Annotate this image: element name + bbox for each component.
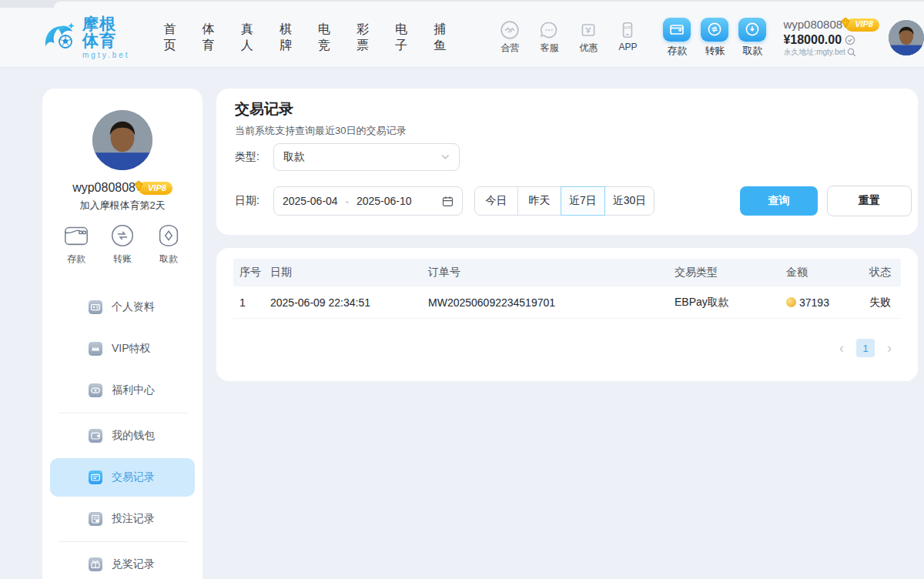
sidebar-transfer-button[interactable]: 转账 xyxy=(108,222,137,266)
pagination-next-icon[interactable]: › xyxy=(887,341,892,355)
table-row: 1 2025-06-09 22:34:51 MW2025060922345197… xyxy=(233,286,901,319)
sidebar-avatar[interactable] xyxy=(92,110,152,170)
brand-logo-icon xyxy=(42,21,76,55)
withdraw-button[interactable]: 取款 xyxy=(738,18,766,58)
sidebar-withdraw-button[interactable]: 取款 xyxy=(154,222,183,266)
type-select-value: 取款 xyxy=(283,150,305,164)
menu-divider xyxy=(58,541,187,542)
refresh-balance-icon[interactable] xyxy=(845,35,855,45)
type-filter-label: 类型: xyxy=(235,150,263,164)
chevron-down-icon xyxy=(441,154,450,160)
nav-item-fishing[interactable]: 捕鱼 xyxy=(434,22,448,54)
calendar-icon xyxy=(442,196,454,207)
coupon-icon xyxy=(578,20,598,40)
sidebar-item-wallet[interactable]: 我的钱包 xyxy=(42,415,203,457)
promo-label: 优惠 xyxy=(579,42,598,55)
cell-index: 1 xyxy=(233,296,264,309)
sidebar-item-transactions[interactable]: 交易记录 xyxy=(50,458,195,497)
range-30days-button[interactable]: 近30日 xyxy=(604,186,655,216)
col-header-order: 订单号 xyxy=(422,266,668,279)
transaction-filter-card: 交易记录 当前系统支持查询最近30日的交易记录 类型: 取款 日期: 2025-… xyxy=(216,89,918,235)
menu-divider xyxy=(58,413,187,413)
page-subtitle: 当前系统支持查询最近30日的交易记录 xyxy=(235,124,406,138)
vip-gem-icon xyxy=(840,17,851,32)
sidebar-item-label: 我的钱包 xyxy=(112,429,155,443)
cell-order-number: MW202506092234519701 xyxy=(422,296,668,309)
search-address-icon[interactable] xyxy=(847,48,856,57)
page-rounded-top xyxy=(54,2,924,8)
permanent-address: 永久地址:mgty.bet xyxy=(783,48,845,58)
transfer-icon xyxy=(701,18,728,42)
date-to-value: 2025-06-10 xyxy=(357,195,412,207)
sidebar-deposit-button[interactable]: 存款 xyxy=(62,222,91,266)
nav-item-live-casino[interactable]: 真人 xyxy=(241,22,256,54)
date-filter-label: 日期: xyxy=(235,194,263,208)
customer-service-label: 客服 xyxy=(540,42,558,55)
wallet-quick-actions: 存款 转账 取款 xyxy=(663,18,766,58)
header-tools: 合营 客服 优惠 APP xyxy=(496,20,641,55)
sidebar-item-bets[interactable]: 投注记录 xyxy=(42,498,203,540)
transfer-button[interactable]: 转账 xyxy=(701,18,728,58)
pagination-prev-icon[interactable]: ‹ xyxy=(839,341,844,355)
sidebar-item-redeem[interactable]: 兑奖记录 xyxy=(42,544,203,579)
sidebar-menu: 个人资料 VIP特权 福利中心 xyxy=(42,286,203,579)
amount-value: 37193 xyxy=(799,296,829,309)
range-7days-button[interactable]: 近7日 xyxy=(561,186,605,216)
pagination: ‹ 1 › xyxy=(233,339,901,357)
brand-domain: mgty.bet xyxy=(82,52,130,60)
nav-item-sports[interactable]: 体育 xyxy=(203,22,217,54)
type-select[interactable]: 取款 xyxy=(273,143,460,171)
sidebar-item-label: 兑奖记录 xyxy=(112,557,155,571)
sidebar-transfer-icon xyxy=(108,222,137,249)
deposit-wallet-icon xyxy=(663,18,691,42)
deposit-button[interactable]: 存款 xyxy=(663,18,691,58)
range-yesterday-button[interactable]: 昨天 xyxy=(517,186,561,216)
nav-item-chess[interactable]: 棋牌 xyxy=(280,22,294,54)
reset-button[interactable]: 重置 xyxy=(827,186,912,216)
sidebar-withdraw-icon xyxy=(154,222,183,249)
search-button[interactable]: 查询 xyxy=(740,186,818,216)
sidebar-deposit-icon xyxy=(62,222,91,249)
nav-item-lottery[interactable]: 彩票 xyxy=(357,22,371,54)
withdraw-label: 取款 xyxy=(742,44,762,58)
sidebar-item-label: 福利中心 xyxy=(112,383,155,397)
vip-badge: VIP8 xyxy=(845,18,879,32)
sidebar-item-vip[interactable]: VIP特权 xyxy=(42,328,203,370)
date-from-value: 2025-06-04 xyxy=(283,195,338,207)
date-range-separator: - xyxy=(346,196,349,207)
nav-item-home[interactable]: 首页 xyxy=(164,22,179,54)
date-range-input[interactable]: 2025-06-04 - 2025-06-10 xyxy=(273,186,463,216)
sidebar-vip-badge-text: VIP8 xyxy=(148,183,166,192)
top-header: 摩根体育 mgty.bet 首页 体育 真人 棋牌 电竞 彩票 电子 捕鱼 合营 xyxy=(0,8,924,68)
nav-item-slots[interactable]: 电子 xyxy=(395,22,410,54)
deposit-label: 存款 xyxy=(667,44,687,58)
nav-item-esports[interactable]: 电竞 xyxy=(318,22,333,54)
col-header-date: 日期 xyxy=(264,266,422,279)
transaction-table-card: 序号 日期 订单号 交易类型 金额 状态 1 2025-06-09 22:34:… xyxy=(216,248,918,381)
cell-date: 2025-06-09 22:34:51 xyxy=(264,296,422,309)
col-header-amount: 金额 xyxy=(780,266,863,279)
transaction-record-icon xyxy=(89,470,102,484)
app-download-button[interactable]: APP APP xyxy=(614,20,641,55)
sidebar-item-label: VIP特权 xyxy=(112,342,151,356)
id-card-icon xyxy=(89,300,102,314)
pagination-page-1[interactable]: 1 xyxy=(856,339,875,357)
sidebar-item-profile[interactable]: 个人资料 xyxy=(42,286,203,328)
user-info: wyp080808 VIP8 ¥18000.00 永 xyxy=(783,18,879,57)
vip-badge-text: VIP8 xyxy=(855,19,873,30)
customer-service-button[interactable]: 客服 xyxy=(535,20,563,55)
brand-logo[interactable]: 摩根体育 mgty.bet xyxy=(42,15,130,60)
sidebar-vip-badge: VIP8 xyxy=(139,182,172,195)
cell-amount: 37193 xyxy=(780,296,863,309)
sidebar-item-welfare[interactable]: 福利中心 xyxy=(42,370,203,411)
partner-button[interactable]: 合营 xyxy=(496,20,524,55)
avatar[interactable] xyxy=(889,20,924,55)
page-title: 交易记录 xyxy=(235,99,293,119)
range-today-button[interactable]: 今日 xyxy=(474,186,518,216)
promo-button[interactable]: 优惠 xyxy=(574,20,602,55)
account-sidebar: wyp080808 VIP8 加入摩根体育第2天 存款 xyxy=(42,89,203,579)
table-header-row: 序号 日期 订单号 交易类型 金额 状态 xyxy=(233,259,901,286)
sidebar-item-label: 投注记录 xyxy=(112,512,155,526)
sidebar-vip-gem-icon xyxy=(133,180,144,193)
col-header-type: 交易类型 xyxy=(668,266,780,279)
